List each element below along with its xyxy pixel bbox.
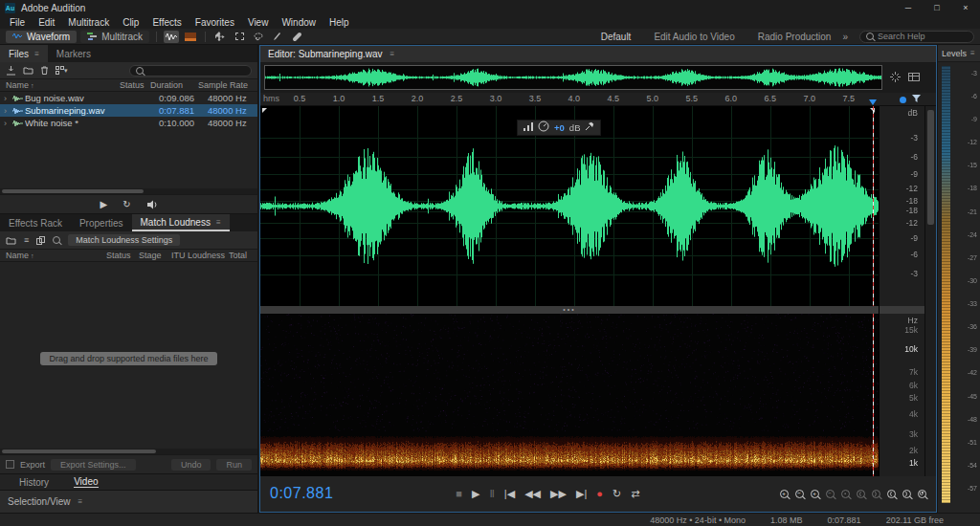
volume-knob-icon[interactable] <box>538 121 549 134</box>
scrollbar-thumb[interactable] <box>927 110 934 225</box>
spectral-view-button[interactable] <box>183 31 198 43</box>
waveform-display[interactable]: +0 dB <box>260 106 879 306</box>
scrollbar-thumb[interactable] <box>2 189 144 193</box>
overview-waveform[interactable] <box>264 65 882 90</box>
tab-properties[interactable]: Properties <box>71 214 132 231</box>
match-loudness-settings-button[interactable]: Match Loudness Settings <box>68 234 180 246</box>
playhead[interactable] <box>873 106 874 306</box>
volume-hud[interactable]: +0 dB <box>517 120 601 136</box>
play-button[interactable]: ▶ <box>472 489 479 499</box>
skip-to-start-button[interactable]: |◀ <box>504 489 515 499</box>
rewind-button[interactable]: ◀◀ <box>524 489 541 499</box>
column-header-name[interactable]: Name↑ <box>6 251 106 260</box>
move-tool-button[interactable] <box>212 31 228 43</box>
fast-forward-button[interactable]: ▶▶ <box>550 489 567 499</box>
workspace-edit-audio-to-video[interactable]: Edit Audio to Video <box>654 32 734 42</box>
levels-header[interactable]: Levels ≡ <box>938 45 980 62</box>
waveform-view-button[interactable] <box>164 31 179 43</box>
files-search-box[interactable] <box>129 65 252 77</box>
delete-file-button[interactable] <box>40 65 49 77</box>
paintbrush-selection-tool[interactable] <box>270 31 285 43</box>
minimize-button[interactable]: ─ <box>894 0 923 15</box>
column-header-itu-loudness[interactable]: ITU Loudness <box>171 251 229 260</box>
waveform-mode-button[interactable]: Waveform <box>6 31 77 43</box>
preview-volume-button[interactable] <box>146 200 158 209</box>
record-button[interactable]: ● <box>596 489 603 499</box>
tab-files[interactable]: Files≡ <box>0 45 48 62</box>
menu-file[interactable]: File <box>3 17 32 28</box>
tab-video[interactable]: Video <box>74 476 98 488</box>
file-row[interactable]: ›White noise *0:10.00048000 Hz <box>0 117 257 129</box>
zoom-to-out-point-button[interactable]: } <box>872 490 880 498</box>
lasso-selection-tool[interactable] <box>251 31 266 43</box>
column-header-status[interactable]: Status <box>106 251 139 260</box>
menu-effects[interactable]: Effects <box>145 17 188 28</box>
playhead[interactable] <box>873 314 874 476</box>
waveform-spectral-splitter[interactable]: ••• <box>260 306 879 314</box>
run-button[interactable]: Run <box>216 459 252 471</box>
workspace-radio-production[interactable]: Radio Production <box>758 32 832 42</box>
column-header-stage[interactable]: Stage <box>139 251 171 260</box>
panel-menu-icon[interactable]: ≡ <box>78 497 82 506</box>
panel-menu-icon[interactable]: ≡ <box>970 49 975 57</box>
reset-zoom-button[interactable]: ↺ <box>918 490 926 498</box>
scrollbar-thumb[interactable] <box>2 449 156 453</box>
skip-selection-button[interactable]: ⇄ <box>631 489 639 499</box>
grid-view-icon[interactable] <box>908 73 920 83</box>
loudness-drop-area[interactable]: Drag and drop supported media files here <box>0 262 257 454</box>
preview-loop-button[interactable]: ↻ <box>122 199 130 209</box>
marquee-selection-tool[interactable] <box>232 31 247 43</box>
menu-view[interactable]: View <box>241 17 276 28</box>
help-search-input[interactable] <box>878 32 968 41</box>
column-header-status[interactable]: Status <box>120 80 150 90</box>
zoom-out-vertical-button[interactable]: − <box>826 490 835 498</box>
pause-button[interactable]: Ⅱ <box>489 489 494 499</box>
column-header-duration[interactable]: Duration <box>150 80 198 90</box>
loop-playback-button[interactable]: ↻ <box>612 489 621 499</box>
stop-button[interactable]: ■ <box>456 489 462 499</box>
hud-pin-icon[interactable] <box>585 121 594 133</box>
skip-to-end-button[interactable]: ▶| <box>576 489 587 499</box>
undo-button[interactable]: Undo <box>171 459 212 471</box>
menu-favorites[interactable]: Favorites <box>189 17 241 28</box>
view-options-button[interactable]: ▾ <box>56 65 68 77</box>
menu-edit[interactable]: Edit <box>32 17 61 28</box>
workspace-overflow-button[interactable]: » <box>842 32 848 42</box>
zoom-in-at-playhead-button[interactable]: ( <box>887 490 896 498</box>
column-header-sample-rate[interactable]: Sample Rate <box>198 80 257 90</box>
tab-match-loudness[interactable]: Match Loudness≡ <box>132 214 230 231</box>
chevron-right-icon[interactable]: › <box>0 94 11 103</box>
export-settings-button[interactable]: Export Settings... <box>51 459 136 471</box>
panel-menu-icon[interactable]: ≡ <box>390 50 395 58</box>
zoom-to-in-point-button[interactable]: { <box>857 490 865 498</box>
monitor-icon[interactable] <box>900 97 906 103</box>
menu-multitrack[interactable]: Multitrack <box>61 17 116 28</box>
amplitude-ruler[interactable]: dB -3-6-9-12-18-18-12-9-6-3 <box>880 106 924 306</box>
column-header-name[interactable]: Name↑ <box>6 80 120 90</box>
zoom-in-vertical-button[interactable]: + <box>811 490 819 498</box>
spectral-display[interactable] <box>260 314 879 476</box>
tab-effects-rack[interactable]: Effects Rack <box>0 214 71 231</box>
zoom-to-selection-button[interactable]: ▪ <box>841 490 850 498</box>
wand-icon[interactable] <box>890 72 901 84</box>
panel-menu-icon[interactable]: ≡ <box>216 218 221 227</box>
vertical-scrollbar[interactable] <box>924 106 936 476</box>
time-display[interactable]: 0:07.881 <box>270 485 333 502</box>
maximize-button[interactable]: □ <box>923 0 951 15</box>
import-file-button[interactable] <box>6 65 16 77</box>
editor-header[interactable]: Editor: Submarineping.wav ≡ <box>260 46 936 63</box>
menu-help[interactable]: Help <box>323 17 356 28</box>
panel-menu-icon[interactable]: ≡ <box>34 50 39 58</box>
menu-window[interactable]: Window <box>275 17 323 28</box>
zoom-out-at-playhead-button[interactable]: ) <box>902 490 911 498</box>
file-row[interactable]: ›Bug noise.wav0:09.08648000 Hz <box>0 92 257 104</box>
tab-markers[interactable]: Markers <box>48 45 100 62</box>
export-checkbox[interactable] <box>6 460 14 469</box>
column-header-total[interactable]: Total <box>229 251 257 260</box>
open-folder-button[interactable] <box>23 65 33 77</box>
files-search-input[interactable] <box>147 66 245 76</box>
loudness-search-button[interactable] <box>53 234 60 246</box>
tab-history[interactable]: History <box>19 477 49 488</box>
chevron-right-icon[interactable]: › <box>0 106 11 116</box>
zoom-corner-handle-icon[interactable] <box>262 108 267 113</box>
